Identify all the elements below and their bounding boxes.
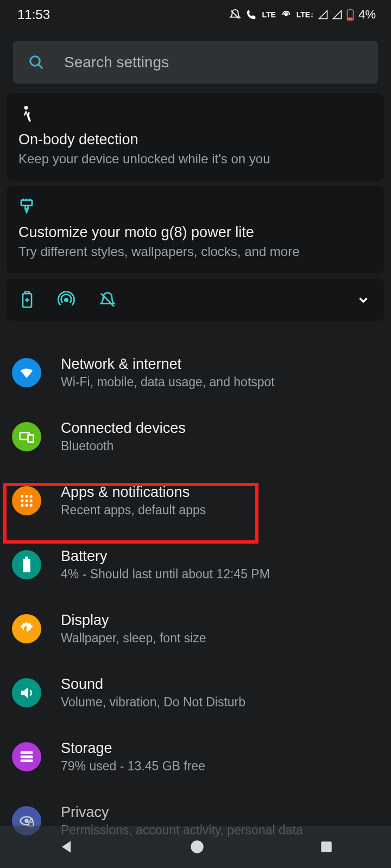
item-title: Privacy	[61, 804, 303, 821]
brightness-icon	[12, 614, 41, 643]
svg-point-17	[25, 499, 28, 502]
battery-percent: 4%	[358, 8, 376, 22]
item-title: Storage	[61, 740, 205, 757]
signal-1-icon	[318, 10, 328, 20]
item-battery[interactable]: Battery 4% - Should last until about 12:…	[0, 533, 391, 597]
svg-point-4	[30, 56, 40, 66]
svg-rect-32	[321, 841, 332, 852]
svg-rect-23	[25, 557, 28, 559]
card-onbody-detection[interactable]: On-body detection Keep your device unloc…	[7, 93, 384, 181]
item-title: Network & internet	[61, 356, 275, 373]
card-subtitle: Try different styles, wallpapers, clocks…	[18, 244, 373, 259]
volume-icon	[12, 678, 41, 707]
hotspot-status-icon	[280, 9, 292, 21]
card-title: On-body detection	[18, 131, 373, 148]
svg-point-5	[24, 106, 28, 110]
card-customize[interactable]: Customize your moto g(8) power lite Try …	[7, 186, 384, 273]
svg-point-20	[25, 504, 28, 507]
item-connected-devices[interactable]: Connected devices Bluetooth	[0, 405, 391, 469]
svg-point-16	[21, 499, 23, 502]
svg-rect-6	[21, 200, 32, 206]
item-sound[interactable]: Sound Volume, vibration, Do Not Disturb	[0, 661, 391, 725]
card-title: Customize your moto g(8) power lite	[18, 224, 373, 241]
svg-point-21	[30, 504, 33, 507]
devices-icon	[12, 422, 41, 451]
item-title: Connected devices	[61, 420, 186, 437]
item-storage[interactable]: Storage 79% used - 13.45 GB free	[0, 725, 391, 789]
item-subtitle: Wallpaper, sleep, font size	[61, 631, 206, 646]
item-display[interactable]: Display Wallpaper, sleep, font size	[0, 597, 391, 661]
status-right: LTE LTE↕ 4%	[229, 8, 376, 22]
svg-point-9	[65, 298, 67, 301]
lte-label-1: LTE	[262, 10, 275, 19]
item-subtitle: 79% used - 13.45 GB free	[61, 759, 205, 774]
search-placeholder: Search settings	[64, 54, 169, 71]
nav-home-icon[interactable]	[190, 839, 205, 854]
chevron-down-icon[interactable]	[356, 293, 370, 307]
item-subtitle: Wi-Fi, mobile, data usage, and hotspot	[61, 375, 275, 390]
battery-plus-icon	[21, 291, 34, 309]
wifi-icon	[12, 358, 41, 387]
item-subtitle: Recent apps, default apps	[61, 503, 206, 518]
svg-point-18	[30, 499, 33, 502]
svg-rect-3	[348, 18, 352, 20]
quick-toggle-row[interactable]	[7, 279, 384, 321]
brush-icon	[18, 198, 373, 221]
svg-point-15	[30, 495, 33, 497]
phone-icon	[245, 9, 257, 21]
svg-rect-27	[21, 760, 33, 762]
settings-list: Network & internet Wi-Fi, mobile, data u…	[0, 327, 391, 853]
status-bar: 11:53 LTE LTE↕ 4%	[0, 0, 391, 28]
dnd-off-icon	[229, 9, 241, 21]
svg-rect-11	[28, 435, 34, 442]
svg-rect-26	[21, 756, 33, 758]
item-subtitle: 4% - Should last until about 12:45 PM	[61, 567, 270, 582]
search-settings[interactable]: Search settings	[13, 41, 378, 84]
item-title: Battery	[61, 548, 270, 565]
card-subtitle: Keep your device unlocked while it's on …	[18, 151, 373, 167]
apps-icon	[12, 486, 41, 515]
svg-rect-2	[349, 9, 351, 10]
lte-label-2: LTE↕	[297, 10, 314, 19]
clock: 11:53	[17, 7, 50, 22]
battery-status-icon	[346, 9, 354, 21]
svg-point-31	[191, 840, 203, 853]
storage-icon	[12, 742, 41, 771]
nav-back-icon[interactable]	[58, 838, 75, 856]
svg-point-19	[21, 504, 23, 507]
item-title: Sound	[61, 676, 245, 693]
hotspot-icon	[58, 291, 75, 309]
nav-recent-icon[interactable]	[319, 840, 333, 854]
signal-2-icon	[332, 10, 342, 20]
walk-icon	[18, 105, 373, 128]
svg-rect-25	[21, 751, 33, 754]
svg-rect-22	[23, 559, 30, 572]
item-subtitle: Bluetooth	[61, 439, 186, 454]
svg-point-0	[285, 14, 287, 16]
item-network-internet[interactable]: Network & internet Wi-Fi, mobile, data u…	[0, 341, 391, 405]
svg-point-13	[21, 495, 23, 497]
battery-icon	[12, 550, 41, 579]
dnd-icon	[99, 291, 116, 309]
item-apps-notifications[interactable]: Apps & notifications Recent apps, defaul…	[0, 469, 391, 533]
item-subtitle: Volume, vibration, Do Not Disturb	[61, 695, 245, 710]
svg-rect-8	[25, 291, 29, 293]
search-icon	[28, 54, 45, 71]
nav-bar	[0, 826, 391, 868]
item-title: Apps & notifications	[61, 484, 206, 501]
svg-point-14	[25, 495, 28, 497]
item-title: Display	[61, 612, 206, 629]
svg-point-29	[24, 819, 29, 823]
